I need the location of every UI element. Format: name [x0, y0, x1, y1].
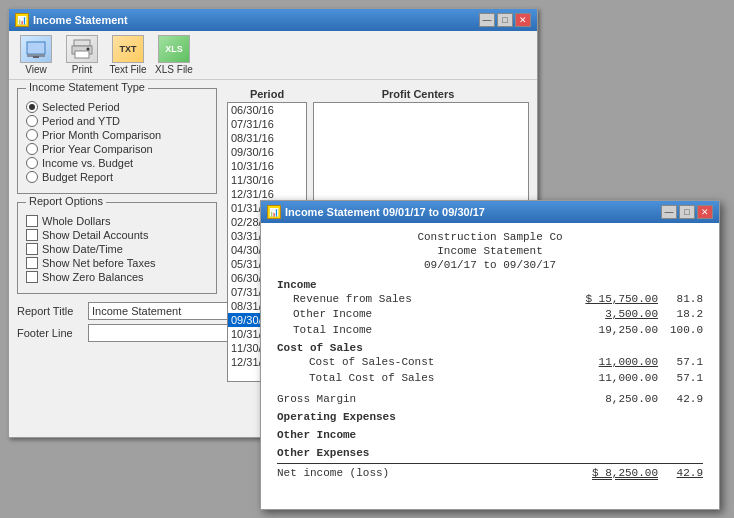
window-icon: 📊 — [15, 13, 29, 27]
cost-of-sales-const-pct: 57.1 — [658, 355, 703, 370]
total-cost-of-sales-amount: 11,000.00 — [578, 371, 658, 386]
view-label: View — [25, 64, 47, 75]
net-income-label: Net income (loss) — [277, 466, 578, 481]
radio-income-budget-label: Income vs. Budget — [42, 157, 133, 169]
text-file-button[interactable]: TXT Text File — [107, 35, 149, 75]
total-cost-of-sales-pct: 57.1 — [658, 371, 703, 386]
radio-prior-month-circle — [26, 129, 38, 141]
total-income-amount: 19,250.00 — [578, 323, 658, 338]
svg-rect-0 — [27, 42, 45, 54]
profit-centers-column-header: Profit Centers — [307, 88, 529, 100]
income-statement-type-title: Income Statement Type — [26, 81, 148, 93]
checkbox-zero-balances-label: Show Zero Balances — [42, 271, 144, 283]
revenue-from-sales-pct: 81.8 — [658, 292, 703, 307]
report-options-title: Report Options — [26, 195, 106, 207]
checkbox-show-detail-box — [26, 229, 38, 241]
period-item[interactable]: 09/30/16 — [228, 145, 306, 159]
period-item[interactable]: 10/31/16 — [228, 159, 306, 173]
period-item[interactable]: 11/30/16 — [228, 173, 306, 187]
view-icon — [20, 35, 52, 63]
radio-period-ytd-circle — [26, 115, 38, 127]
other-expenses-header: Other Expenses — [277, 447, 703, 459]
checkbox-show-datetime-box — [26, 243, 38, 255]
other-income-row: Other Income 3,500.00 18.2 — [277, 307, 703, 322]
net-income-amount: $ 8,250.00 — [578, 466, 658, 481]
print-button[interactable]: Print — [61, 35, 103, 75]
checkbox-whole-dollars-box — [26, 215, 38, 227]
title-bar-left: 📊 Income Statement — [15, 13, 128, 27]
overlay-content: Construction Sample Co Income Statement … — [261, 223, 719, 490]
left-panel: Income Statement Type Selected Period Pe… — [17, 88, 217, 382]
cost-of-sales-const-row: Cost of Sales-Const 11,000.00 57.1 — [277, 355, 703, 370]
radio-period-ytd[interactable]: Period and YTD — [26, 115, 208, 127]
print-label: Print — [72, 64, 93, 75]
radio-budget-report-label: Budget Report — [42, 171, 113, 183]
checkbox-show-datetime-label: Show Date/Time — [42, 243, 123, 255]
toolbar: View Print TXT Text File XLS XLS File — [9, 31, 537, 80]
radio-selected-period[interactable]: Selected Period — [26, 101, 208, 113]
overlay-close-btn[interactable]: ✕ — [697, 205, 713, 219]
checkbox-net-before-taxes-box — [26, 257, 38, 269]
period-item[interactable]: 12/31/16 — [228, 187, 306, 201]
gross-margin-label: Gross Margin — [277, 392, 578, 407]
radio-prior-month-label: Prior Month Comparison — [42, 129, 161, 141]
total-cost-of-sales-label: Total Cost of Sales — [277, 371, 578, 386]
footer-line-input[interactable] — [88, 324, 234, 342]
total-income-pct: 100.0 — [658, 323, 703, 338]
income-header: Income — [277, 279, 703, 291]
cost-of-sales-const-amount: 11,000.00 — [578, 355, 658, 370]
checkbox-whole-dollars[interactable]: Whole Dollars — [26, 215, 208, 227]
gross-margin-amount: 8,250.00 — [578, 392, 658, 407]
xls-file-label: XLS File — [155, 64, 193, 75]
radio-prior-year-label: Prior Year Comparison — [42, 143, 153, 155]
checkbox-show-detail[interactable]: Show Detail Accounts — [26, 229, 208, 241]
overlay-title-controls: — □ ✕ — [661, 205, 713, 219]
radio-selected-period-label: Selected Period — [42, 101, 120, 113]
radio-income-budget[interactable]: Income vs. Budget — [26, 157, 208, 169]
window-title: Income Statement — [33, 14, 128, 26]
svg-point-6 — [87, 48, 90, 51]
checkbox-net-before-taxes[interactable]: Show Net before Taxes — [26, 257, 208, 269]
income-statement-type-group: Income Statement Type Selected Period Pe… — [17, 88, 217, 194]
checkbox-zero-balances-box — [26, 271, 38, 283]
overlay-window: 📊 Income Statement 09/01/17 to 09/30/17 … — [260, 200, 720, 510]
footer-line-label: Footer Line — [17, 327, 82, 339]
footer-line-row: Footer Line — [17, 324, 217, 342]
net-income-pct: 42.9 — [658, 466, 703, 481]
total-cost-of-sales-row: Total Cost of Sales 11,000.00 57.1 — [277, 371, 703, 386]
revenue-from-sales-row: Revenue from Sales $ 15,750.00 81.8 — [277, 292, 703, 307]
radio-prior-year[interactable]: Prior Year Comparison — [26, 143, 208, 155]
total-income-row: Total Income 19,250.00 100.0 — [277, 323, 703, 338]
radio-budget-report[interactable]: Budget Report — [26, 171, 208, 183]
report-title-input[interactable] — [88, 302, 234, 320]
overlay-minimize-btn[interactable]: — — [661, 205, 677, 219]
overlay-title-left: 📊 Income Statement 09/01/17 to 09/30/17 — [267, 205, 485, 219]
total-income-label: Total Income — [277, 323, 578, 338]
title-controls: — □ ✕ — [479, 13, 531, 27]
checkbox-show-detail-label: Show Detail Accounts — [42, 229, 148, 241]
close-btn[interactable]: ✕ — [515, 13, 531, 27]
net-income-row: Net income (loss) $ 8,250.00 42.9 — [277, 463, 703, 481]
period-item[interactable]: 06/30/16 — [228, 103, 306, 117]
checkbox-zero-balances[interactable]: Show Zero Balances — [26, 271, 208, 283]
xls-icon: XLS — [158, 35, 190, 63]
gross-margin-pct: 42.9 — [658, 392, 703, 407]
period-item[interactable]: 08/31/16 — [228, 131, 306, 145]
xls-file-button[interactable]: XLS XLS File — [153, 35, 195, 75]
radio-prior-month[interactable]: Prior Month Comparison — [26, 129, 208, 141]
svg-rect-2 — [33, 56, 39, 58]
minimize-btn[interactable]: — — [479, 13, 495, 27]
period-item[interactable]: 07/31/16 — [228, 117, 306, 131]
report-type: Income Statement — [277, 245, 703, 257]
checkbox-show-datetime[interactable]: Show Date/Time — [26, 243, 208, 255]
company-name: Construction Sample Co — [277, 231, 703, 243]
maximize-btn[interactable]: □ — [497, 13, 513, 27]
overlay-title-bar: 📊 Income Statement 09/01/17 to 09/30/17 … — [261, 201, 719, 223]
radio-period-ytd-label: Period and YTD — [42, 115, 120, 127]
revenue-from-sales-amount: $ 15,750.00 — [578, 292, 658, 307]
radio-income-budget-circle — [26, 157, 38, 169]
report-title-row: Report Title — [17, 302, 217, 320]
view-button[interactable]: View — [15, 35, 57, 75]
period-column-header: Period — [227, 88, 307, 100]
overlay-maximize-btn[interactable]: □ — [679, 205, 695, 219]
